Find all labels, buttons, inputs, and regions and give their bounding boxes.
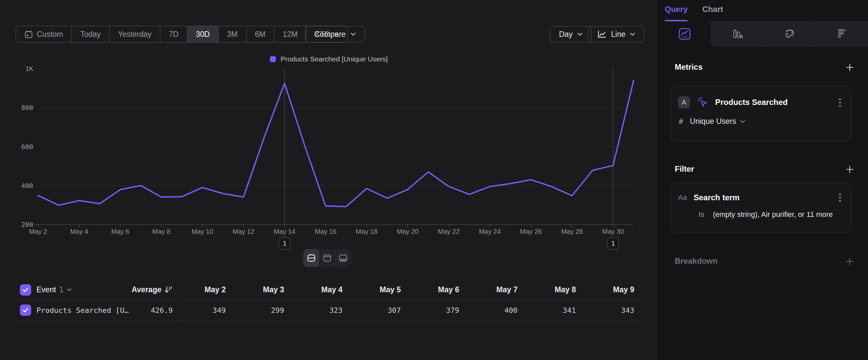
column-header-may-2[interactable]: May 2 [173, 285, 231, 294]
metric-letter-badge: A [678, 96, 690, 108]
split-view-button[interactable] [303, 249, 319, 267]
column-header-may-3[interactable]: May 3 [231, 285, 289, 294]
cell-value-may-6: 379 [406, 306, 465, 314]
report-type-tabs [658, 21, 868, 47]
results-table: Event 1 Average May 2May 3May 4May 5May … [10, 280, 640, 321]
table-column-separator [178, 280, 178, 321]
table-only-view-button[interactable] [335, 249, 351, 267]
cell-value-may-3: 299 [231, 306, 289, 314]
column-header-may-5[interactable]: May 5 [348, 285, 406, 294]
metric-kebab-menu[interactable] [838, 97, 842, 108]
tab-retention[interactable] [816, 21, 868, 47]
insights-icon [677, 26, 692, 41]
chevron-down-icon [577, 32, 583, 36]
x-axis-label: May 24 [479, 228, 501, 235]
x-axis-label: May 4 [70, 228, 88, 235]
check-icon [22, 286, 29, 294]
date-range-control: CustomTodayYesterday7D30D3M6M12MXTD [16, 26, 348, 43]
add-filter-button[interactable] [845, 164, 855, 174]
average-label: Average [132, 285, 161, 294]
range-today[interactable]: Today [71, 26, 109, 42]
x-axis-label: May 28 [561, 228, 583, 235]
compare-label: Compare [314, 30, 346, 39]
x-axis-label: May 18 [356, 228, 378, 235]
split-view-icon [306, 253, 316, 263]
inactive-report-tabs [711, 21, 868, 47]
range-6m[interactable]: 6M [246, 26, 274, 42]
retention-icon [835, 26, 850, 41]
date-column-values: 349299323307379400341343 [173, 306, 640, 314]
check-icon [22, 307, 29, 314]
cell-value-may-2: 349 [173, 306, 231, 314]
y-axis-label: 200 [21, 221, 33, 228]
chart-only-view-button[interactable] [319, 249, 335, 267]
measure-selector[interactable]: Unique Users [690, 117, 745, 126]
range-label: 6M [255, 30, 266, 39]
chevron-down-icon [740, 120, 745, 123]
filter-value[interactable]: (empty string), Air purifier, or 11 more [713, 210, 833, 219]
filter-kebab-menu[interactable] [838, 192, 842, 203]
x-axis-label: May 22 [438, 228, 460, 235]
range-7d[interactable]: 7D [160, 26, 187, 42]
column-header-may-8[interactable]: May 8 [523, 285, 581, 294]
range-3m[interactable]: 3M [218, 26, 246, 42]
column-header-may-9[interactable]: May 9 [581, 285, 640, 294]
tab-chart[interactable]: Chart [702, 5, 723, 19]
range-label: Today [80, 30, 100, 39]
select-all-checkbox[interactable] [20, 284, 31, 296]
add-breakdown-button[interactable] [845, 256, 855, 266]
row-checkbox[interactable] [20, 305, 31, 316]
column-header-may-7[interactable]: May 7 [465, 285, 523, 294]
line-chart-icon [597, 30, 607, 38]
metric-card: A Products Searched # Unique Users [671, 86, 851, 141]
chevron-down-icon [350, 32, 356, 36]
chevron-down-icon [630, 32, 635, 36]
row-average-value: 426.9 [133, 306, 173, 314]
y-axis-label: 600 [21, 143, 33, 151]
metric-event-name[interactable]: Products Searched [715, 98, 831, 107]
string-property-icon: Aa [678, 193, 687, 202]
chart-only-view-icon [322, 253, 332, 263]
event-pointer-icon [696, 96, 709, 108]
tab-insights[interactable] [658, 21, 711, 47]
x-axis-label: May 20 [397, 228, 419, 235]
average-column-header[interactable]: Average [132, 285, 173, 294]
x-axis-label: May 6 [111, 228, 129, 235]
event-column-header[interactable]: Event 1 [36, 285, 132, 294]
range-custom[interactable]: Custom [16, 26, 71, 42]
range-yesterday[interactable]: Yesterday [109, 26, 160, 42]
annotation-badge-label: 1 [611, 240, 615, 247]
chart-type-dropdown[interactable]: Line [588, 26, 645, 43]
line-chart: 1K800600400200May 2May 4May 6May 8May 10… [0, 65, 658, 255]
column-header-may-4[interactable]: May 4 [289, 285, 348, 294]
range-30d[interactable]: 30D [187, 26, 218, 42]
legend-label: Products Searched [Unique Users] [280, 55, 388, 63]
tab-flows[interactable] [763, 21, 816, 47]
date-column-headers: May 2May 3May 4May 5May 6May 7May 8May 9 [173, 285, 640, 294]
metrics-section-title: Metrics [675, 62, 703, 72]
tab-query[interactable]: Query [665, 5, 688, 19]
y-axis-label: 1K [25, 65, 33, 73]
column-header-may-6[interactable]: May 6 [406, 285, 465, 294]
compare-button[interactable]: Compare [305, 26, 365, 43]
tab-funnels[interactable] [711, 21, 763, 47]
row-series-name[interactable]: Products Searched [Un... [36, 300, 133, 321]
filter-operator[interactable]: Is [699, 210, 704, 219]
x-axis-label: May 30 [602, 228, 624, 235]
flows-icon [782, 26, 797, 41]
main-report-area: CustomTodayYesterday7D30D3M6M12MXTD Comp… [0, 0, 658, 360]
x-axis-label: May 8 [152, 228, 170, 235]
chart-legend[interactable]: Products Searched [Unique Users] [0, 55, 658, 63]
chevron-down-icon [67, 288, 72, 291]
annotation-badge-label: 1 [282, 240, 286, 247]
range-label: Custom [37, 30, 63, 39]
add-metric-button[interactable] [845, 62, 855, 73]
event-count: 1 [59, 285, 64, 294]
range-label: 12M [283, 30, 298, 39]
range-label: Yesterday [118, 30, 152, 39]
table-only-view-icon [338, 253, 348, 263]
filter-property-name[interactable]: Search term [693, 193, 831, 202]
range-12m[interactable]: 12M [274, 26, 306, 42]
range-label: 7D [169, 30, 178, 39]
granularity-dropdown[interactable]: Day [550, 26, 592, 43]
